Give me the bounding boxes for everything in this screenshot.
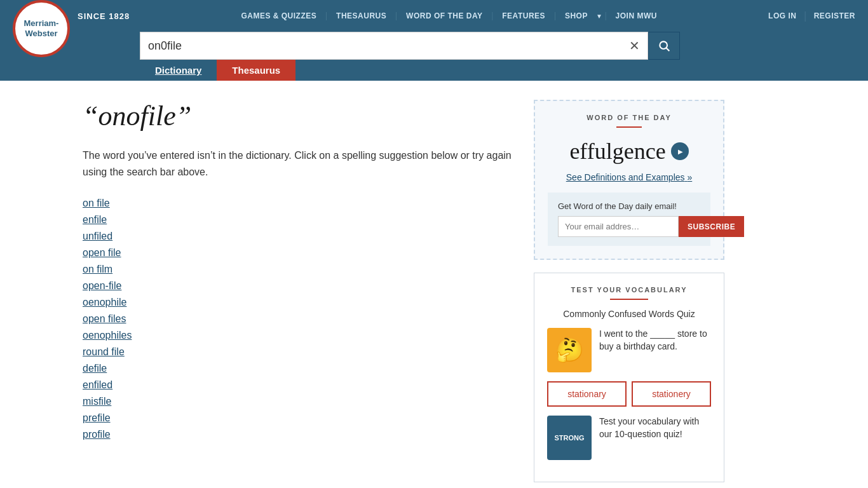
suggestion-on-film[interactable]: on film — [83, 264, 112, 274]
wotd-label: WORD OF THE DAY — [548, 114, 710, 121]
search-icon — [658, 39, 670, 52]
suggestion-oenophiles[interactable]: oenophiles — [83, 330, 132, 341]
list-item: on film — [83, 264, 515, 275]
logo-area: Merriam- Webster SINCE 1828 — [13, 0, 130, 44]
nav-shop-wrapper[interactable]: SHOP ▼ — [559, 11, 602, 20]
since-label: SINCE 1828 — [78, 11, 130, 21]
wotd-section: WORD OF THE DAY effulgence See Definitio… — [535, 101, 723, 259]
search-tabs: Dictionary Thesaurus — [0, 60, 868, 81]
vocab-section: TEST YOUR VOCABULARY Commonly Confused W… — [534, 273, 724, 482]
subscribe-button[interactable]: SUBSCRIBE — [679, 216, 744, 237]
search-area: ✕ — [0, 32, 868, 60]
quiz-question-text: I went to the _____ store to buy a birth… — [599, 328, 711, 353]
quiz-emoji: 🤔 — [555, 337, 584, 363]
searched-word-heading: “onofile” — [83, 100, 515, 132]
suggestion-unfiled[interactable]: unfiled — [83, 231, 112, 241]
list-item: on file — [83, 198, 515, 209]
right-sidebar: WORD OF THE DAY effulgence See Definitio… — [534, 100, 724, 488]
logo-text: Merriam- Webster — [24, 18, 59, 38]
suggestion-open-file-hyphen[interactable]: open-file — [83, 280, 121, 291]
quiz-title: Commonly Confused Words Quiz — [547, 309, 711, 319]
header-nav-bar: Merriam- Webster SINCE 1828 GAMES & QUIZ… — [0, 0, 868, 32]
quiz-second-text: Test your vocabulary with our 10-questio… — [599, 416, 711, 440]
audio-play-button[interactable] — [671, 142, 689, 160]
list-item: oenophiles — [83, 330, 515, 341]
not-found-message: The word you’ve entered isn’t in the dic… — [83, 147, 515, 180]
nav-wotd[interactable]: WORD OF THE DAY — [400, 11, 489, 20]
list-item: prefile — [83, 412, 515, 424]
email-prompt-text: Get Word of the Day daily email! — [558, 201, 700, 211]
register-link[interactable]: REGISTER — [814, 11, 855, 20]
wotd-card: WORD OF THE DAY effulgence See Definitio… — [534, 100, 724, 260]
suggestion-misfile[interactable]: misfile — [83, 396, 111, 407]
svg-point-0 — [660, 41, 667, 49]
nav-div-1: | — [325, 11, 327, 21]
wotd-word-container: effulgence — [548, 138, 710, 165]
list-item: oenophile — [83, 297, 515, 308]
nav-shop[interactable]: SHOP — [559, 11, 594, 20]
vocab-label: TEST YOUR VOCABULARY — [547, 286, 711, 294]
suggestion-on-file[interactable]: on file — [83, 198, 110, 208]
auth-buttons: LOG IN | REGISTER — [768, 10, 855, 22]
nav-div-3: | — [491, 11, 493, 21]
wotd-divider — [616, 126, 642, 128]
content-area: “onofile” The word you’ve entered isn’t … — [83, 100, 515, 488]
main-wrapper: “onofile” The word you’ve entered isn’t … — [0, 81, 868, 488]
clear-search-button[interactable]: ✕ — [621, 33, 648, 58]
suggestion-defile[interactable]: defile — [83, 363, 107, 374]
vocab-card: TEST YOUR VOCABULARY Commonly Confused W… — [534, 273, 724, 482]
suggestion-enfiled[interactable]: enfiled — [83, 379, 112, 390]
login-link[interactable]: LOG IN — [768, 11, 796, 20]
nav-games[interactable]: GAMES & QUIZZES — [234, 11, 323, 20]
search-input-wrapper: ✕ — [140, 32, 648, 60]
nav-features[interactable]: FEATURES — [496, 11, 552, 20]
quiz-answer-buttons: stationary stationery — [547, 381, 711, 407]
list-item: defile — [83, 363, 515, 374]
email-signup-section: Get Word of the Day daily email! SUBSCRI… — [548, 193, 710, 246]
list-item: unfiled — [83, 231, 515, 242]
svg-line-1 — [667, 48, 670, 51]
search-container: ✕ — [140, 32, 855, 60]
suggestion-open-files[interactable]: open files — [83, 313, 126, 324]
tab-dictionary[interactable]: Dictionary — [140, 60, 217, 81]
suggestion-open-file[interactable]: open file — [83, 247, 121, 258]
shop-chevron-icon: ▼ — [596, 13, 602, 20]
email-input[interactable] — [558, 216, 679, 237]
see-def-text: See Definitions and Examples — [566, 172, 685, 182]
suggestion-prefile[interactable]: prefile — [83, 412, 111, 423]
quiz-strong-text: STRONG — [554, 434, 584, 442]
search-input[interactable] — [140, 39, 621, 53]
list-item: enfiled — [83, 379, 515, 391]
suggestion-enfile[interactable]: enfile — [83, 214, 107, 225]
quiz-choice-stationery[interactable]: stationery — [632, 381, 711, 407]
quiz-question-row: 🤔 I went to the _____ store to buy a bir… — [547, 328, 711, 372]
quiz-second-row: STRONG Test your vocabulary with our 10-… — [547, 416, 711, 460]
auth-divider: | — [804, 10, 806, 22]
logo[interactable]: Merriam- Webster — [13, 0, 70, 57]
search-button[interactable] — [648, 32, 680, 60]
nav-div-2: | — [395, 11, 397, 21]
suggestion-round-file[interactable]: round file — [83, 346, 125, 357]
quiz-choice-stationary[interactable]: stationary — [547, 381, 627, 407]
nav-thesaurus[interactable]: THESAURUS — [330, 11, 393, 20]
nav-div-4: | — [554, 11, 556, 21]
see-definitions-link[interactable]: See Definitions and Examples » — [548, 172, 710, 182]
list-item: misfile — [83, 396, 515, 407]
list-item: enfile — [83, 214, 515, 226]
email-form: SUBSCRIBE — [558, 216, 700, 237]
quiz-strong-image: STRONG — [547, 416, 592, 460]
tab-thesaurus[interactable]: Thesaurus — [217, 60, 295, 81]
nav-join[interactable]: JOIN MWU — [609, 11, 663, 20]
list-item: open files — [83, 313, 515, 325]
suggestion-profile[interactable]: profile — [83, 429, 111, 440]
wotd-word-text: effulgence — [569, 138, 665, 165]
quiz-emoji-image: 🤔 — [547, 328, 592, 372]
spelling-suggestions: on file enfile unfiled open file on film… — [83, 198, 515, 440]
nav-div-5: | — [605, 11, 607, 21]
list-item: profile — [83, 429, 515, 440]
list-item: round file — [83, 346, 515, 358]
vocab-divider — [610, 299, 648, 300]
main-nav: GAMES & QUIZZES | THESAURUS | WORD OF TH… — [142, 11, 756, 21]
suggestion-oenophile[interactable]: oenophile — [83, 297, 126, 308]
list-item: open-file — [83, 280, 515, 292]
